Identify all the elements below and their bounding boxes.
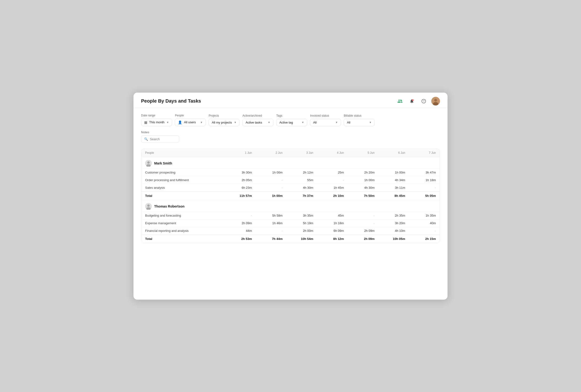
- cell-value: 2h 35m: [375, 214, 405, 217]
- cell-value: -: [405, 186, 436, 190]
- task-name: Budgeting and forecasting: [145, 214, 221, 217]
- task-name: Customer prospecting: [145, 171, 221, 174]
- active-archived-label: Active/archived: [242, 114, 273, 117]
- user-avatar-img: [431, 97, 440, 106]
- cell-value: 2h 12m: [283, 171, 313, 174]
- svg-point-5: [434, 99, 437, 102]
- cell-value: 3h 47m: [405, 171, 436, 174]
- person-section-mark-smith: Mark Smith Customer prospecting 3h 30m 1…: [141, 157, 440, 200]
- cell-value: 3h 11m: [375, 186, 405, 190]
- task-name: Expense management: [145, 221, 221, 225]
- cell-value: 2h 09m: [344, 229, 375, 232]
- cell-value: 1h 00m: [375, 171, 405, 174]
- cell-value: 1h 46m: [252, 221, 283, 225]
- thomas-robertson-avatar: [145, 203, 152, 210]
- col-header-people: People: [145, 151, 221, 154]
- table-row: Order processing and fulfillment 2h 05m …: [141, 176, 440, 184]
- projects-select[interactable]: All my projects ▼: [209, 119, 240, 126]
- total-value: 2h 15m: [405, 237, 436, 241]
- cell-value: 2h 05m: [221, 178, 252, 182]
- table-row: Budgeting and forecasting - 5h 58m 3h 35…: [141, 212, 440, 219]
- people-select[interactable]: 👤 All users ▼: [175, 118, 206, 126]
- task-name: Sales analysis: [145, 186, 221, 190]
- total-value: 8h 12m: [313, 237, 344, 241]
- header-icons: 3 ?: [396, 97, 440, 106]
- content: Date range ▦ This month ▼ People 👤 All u…: [133, 108, 448, 300]
- cell-value: 4h 34m: [375, 178, 405, 182]
- tags-select[interactable]: Active tag ▼: [276, 119, 307, 126]
- total-value: 10h 54m: [283, 237, 313, 241]
- add-user-icon: [397, 98, 403, 104]
- data-table: People 1 Jun 2 Jun 3 Jun 4 Jun 5 Jun 6 J…: [141, 148, 440, 243]
- billable-status-label: Billable status: [344, 114, 375, 117]
- chevron-down-icon: ▼: [369, 121, 372, 124]
- main-window: People By Days and Tasks 3 ?: [133, 92, 448, 300]
- table-row: Financial reporting and analysis 44m - 2…: [141, 227, 440, 234]
- total-value: 7h 44m: [252, 237, 283, 241]
- cell-value: 4h 30m: [344, 186, 375, 190]
- active-archived-filter: Active/archived Active tasks ▼: [242, 114, 273, 126]
- search-box[interactable]: 🔍: [141, 136, 179, 143]
- tags-filter: Tags Active tag ▼: [276, 114, 307, 126]
- cell-value: 55m: [283, 178, 313, 182]
- cell-value: 1h 18m: [405, 178, 436, 182]
- table-header: People 1 Jun 2 Jun 3 Jun 4 Jun 5 Jun 6 J…: [141, 149, 440, 157]
- total-value: 7h 50m: [344, 194, 375, 198]
- invoiced-status-select[interactable]: All ▼: [310, 119, 341, 126]
- chevron-down-icon: ▼: [268, 121, 270, 124]
- help-button[interactable]: ?: [420, 97, 428, 106]
- cell-value: 4h 30m: [283, 186, 313, 190]
- cell-value: 3h 30m: [221, 171, 252, 174]
- col-header-6jun: 6 Jun: [375, 151, 405, 154]
- cell-value: 1h 00m: [252, 171, 283, 174]
- svg-point-11: [147, 204, 150, 207]
- svg-text:?: ?: [423, 100, 425, 102]
- total-row-mark-smith: Total 11h 57m 1h 00m 7h 37m 2h 10m 7h 50…: [141, 191, 440, 200]
- cell-value: 2h 09m: [221, 221, 252, 225]
- cell-value: -: [221, 214, 252, 217]
- cell-value: 2h 20m: [344, 171, 375, 174]
- thomas-robertson-name: Thomas Robertson: [154, 204, 185, 208]
- billable-status-select[interactable]: All ▼: [344, 119, 375, 126]
- total-value: 7h 37m: [283, 194, 313, 198]
- projects-filter: Projects All my projects ▼: [209, 114, 240, 126]
- total-value: 2h 10m: [313, 194, 344, 198]
- total-value: 2h 09m: [344, 237, 375, 241]
- cell-value: -: [252, 186, 283, 190]
- date-range-select[interactable]: ▦ This month ▼: [141, 118, 172, 126]
- search-input[interactable]: [150, 137, 176, 141]
- total-value: 1h 00m: [252, 194, 283, 198]
- bell-button[interactable]: 3: [408, 97, 416, 106]
- cell-value: -: [405, 229, 436, 232]
- notes-section: Notes 🔍: [141, 130, 440, 143]
- person-row-mark-smith: Mark Smith: [141, 157, 440, 168]
- chevron-down-icon: ▼: [166, 121, 169, 124]
- cell-value: 4h 10m: [375, 229, 405, 232]
- total-value: 8h 45m: [375, 194, 405, 198]
- chevron-down-icon: ▼: [335, 121, 338, 124]
- people-label: People: [175, 114, 206, 117]
- invoiced-status-filter: Invoiced status All ▼: [310, 114, 341, 126]
- people-value: All users: [184, 120, 196, 124]
- task-name: Financial reporting and analysis: [145, 229, 221, 232]
- add-user-button[interactable]: [396, 97, 404, 106]
- projects-label: Projects: [209, 114, 240, 117]
- cell-value: -: [313, 178, 344, 182]
- cell-value: -: [252, 229, 283, 232]
- page-title: People By Days and Tasks: [141, 98, 201, 104]
- cell-value: 40m: [405, 221, 436, 225]
- svg-text:3: 3: [413, 100, 413, 101]
- cell-value: 6h 09m: [313, 229, 344, 232]
- total-label: Total: [145, 194, 221, 198]
- avatar[interactable]: [431, 97, 440, 106]
- cell-value: 2h 00m: [283, 229, 313, 232]
- active-archived-select[interactable]: Active tasks ▼: [242, 119, 273, 126]
- bell-icon: 3: [410, 99, 414, 104]
- date-range-value: This month: [149, 120, 164, 124]
- col-header-4jun: 4 Jun: [313, 151, 344, 154]
- active-archived-value: Active tasks: [246, 121, 262, 124]
- total-value: 11h 57m: [221, 194, 252, 198]
- col-header-1jun: 1 Jun: [221, 151, 252, 154]
- cell-value: -: [252, 178, 283, 182]
- cell-value: 1h 00m: [344, 178, 375, 182]
